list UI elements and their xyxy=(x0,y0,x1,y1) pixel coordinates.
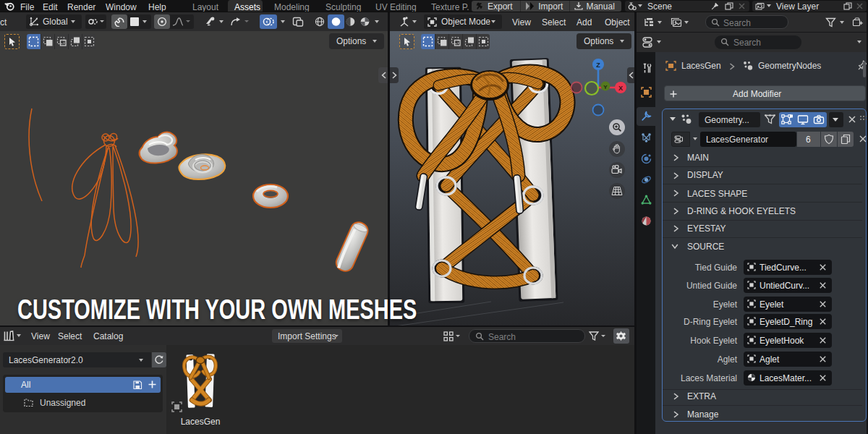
svg-text:Z: Z xyxy=(596,61,600,69)
svg-text:Y: Y xyxy=(603,84,608,90)
svg-text:X: X xyxy=(618,85,623,92)
